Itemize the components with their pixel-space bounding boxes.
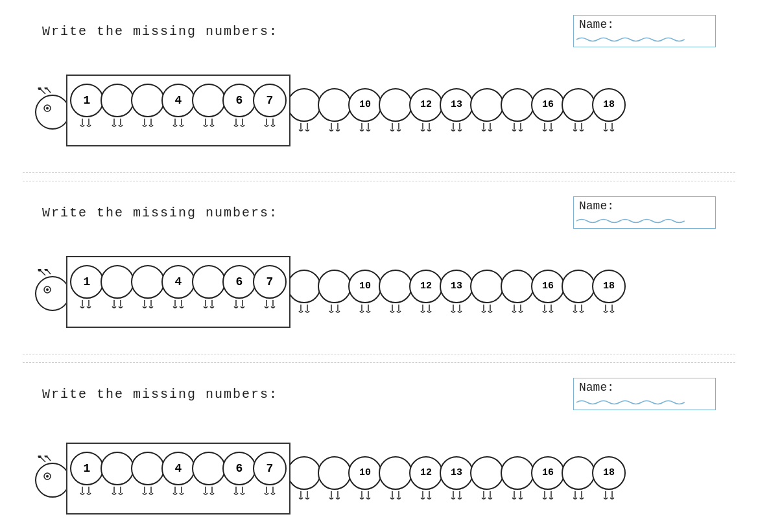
segment-legs — [450, 491, 463, 505]
segment-wrapper: 18 — [595, 88, 626, 137]
filled-segment: 7 — [253, 84, 287, 117]
name-label: Name: — [579, 18, 614, 31]
instruction-text: Write the missing numbers: — [42, 387, 278, 402]
empty-segment — [287, 88, 321, 122]
segment-wrapper — [473, 88, 504, 137]
name-box[interactable]: Name: — [573, 15, 716, 47]
segment-wrapper: 1 — [70, 452, 104, 500]
segment-wrapper: 16 — [534, 270, 565, 318]
empty-segment — [501, 270, 534, 303]
right-segment-group: 10 12 13 16 18 — [290, 456, 626, 505]
segment-legs — [172, 487, 185, 500]
instruction-text: Write the missing numbers: — [42, 205, 278, 220]
svg-line-43 — [40, 270, 45, 275]
segment-legs — [263, 300, 276, 314]
empty-segment — [131, 265, 165, 299]
segment-wrapper: 12 — [412, 456, 443, 505]
empty-segment — [379, 456, 412, 490]
empty-segment — [379, 88, 412, 122]
right-segment-group: 10 12 13 16 18 — [290, 270, 626, 318]
svg-point-90 — [36, 463, 69, 497]
empty-segment — [318, 456, 351, 490]
empty-segment — [287, 456, 321, 490]
wave-decoration — [576, 399, 685, 406]
wave-decoration — [576, 218, 685, 224]
segment-wrapper: 10 — [351, 88, 382, 137]
segment-wrapper — [504, 88, 534, 137]
section-header: Write the missing numbers:Name: — [23, 10, 735, 50]
segment-wrapper — [195, 265, 226, 314]
worksheet: Write the missing numbers:Name: 1 4 — [0, 0, 758, 532]
segment-legs — [328, 123, 341, 137]
segment-wrapper — [473, 456, 504, 505]
caterpillar-row: 1 4 6 7 — [23, 235, 735, 353]
segment-wrapper — [321, 270, 351, 318]
filled-segment: 4 — [161, 452, 195, 485]
filled-segment: 16 — [531, 456, 565, 490]
caterpillar-row: 1 4 6 7 — [23, 53, 735, 171]
empty-segment — [287, 270, 321, 303]
segment-legs — [389, 491, 402, 505]
segment-legs — [602, 491, 615, 505]
svg-point-6 — [46, 107, 49, 110]
segment-legs — [359, 305, 372, 318]
segment-legs — [328, 305, 341, 318]
filled-segment: 13 — [440, 270, 473, 303]
filled-segment: 1 — [70, 265, 104, 299]
left-segment-group: 1 4 6 7 — [66, 75, 290, 146]
segment-legs — [263, 119, 276, 132]
segment-legs — [572, 305, 585, 318]
filled-segment: 18 — [592, 88, 626, 122]
segment-wrapper: 16 — [534, 88, 565, 137]
filled-segment: 12 — [409, 456, 443, 490]
empty-segment — [562, 456, 595, 490]
segment-legs — [298, 305, 311, 318]
segment-legs — [79, 119, 92, 132]
segment-legs — [233, 119, 246, 132]
segment-wrapper: 12 — [412, 88, 443, 137]
segment-legs — [79, 300, 92, 314]
empty-segment — [318, 270, 351, 303]
filled-segment: 1 — [70, 452, 104, 485]
segment-wrapper: 7 — [256, 265, 287, 314]
filled-segment: 10 — [348, 88, 382, 122]
segment-legs — [480, 305, 493, 318]
segment-wrapper — [195, 84, 226, 132]
segment-legs — [111, 119, 124, 132]
name-box[interactable]: Name: — [573, 196, 716, 229]
empty-segment — [131, 452, 165, 485]
segment-wrapper — [195, 452, 226, 500]
filled-segment: 6 — [222, 84, 256, 117]
section-3: Write the missing numbers:Name: 1 4 — [23, 373, 735, 532]
section-header: Write the missing numbers:Name: — [23, 191, 735, 231]
segment-legs — [328, 491, 341, 505]
segment-legs — [298, 491, 311, 505]
segment-legs — [541, 305, 554, 318]
filled-segment: 7 — [253, 265, 287, 299]
segment-wrapper: 18 — [595, 456, 626, 505]
name-box[interactable]: Name: — [573, 378, 716, 410]
segment-wrapper — [565, 270, 595, 318]
segment-wrapper — [104, 452, 134, 500]
segment-wrapper — [565, 88, 595, 137]
segment-legs — [298, 123, 311, 137]
instruction-text: Write the missing numbers: — [42, 24, 278, 39]
empty-segment — [470, 88, 504, 122]
section-header: Write the missing numbers:Name: — [23, 373, 735, 413]
empty-segment — [101, 265, 134, 299]
left-segment-group: 1 4 6 7 — [66, 256, 290, 328]
filled-segment: 1 — [70, 84, 104, 117]
empty-segment — [101, 452, 134, 485]
segment-wrapper — [504, 456, 534, 505]
segment-wrapper: 4 — [165, 452, 195, 500]
segment-legs — [541, 123, 554, 137]
empty-segment — [379, 270, 412, 303]
segment-wrapper — [321, 88, 351, 137]
segment-wrapper — [382, 270, 412, 318]
segment-legs — [233, 487, 246, 500]
section-1: Write the missing numbers:Name: 1 4 — [23, 10, 735, 181]
segment-wrapper — [321, 456, 351, 505]
segment-legs — [511, 491, 524, 505]
segment-legs — [420, 123, 432, 137]
segment-legs — [111, 487, 124, 500]
